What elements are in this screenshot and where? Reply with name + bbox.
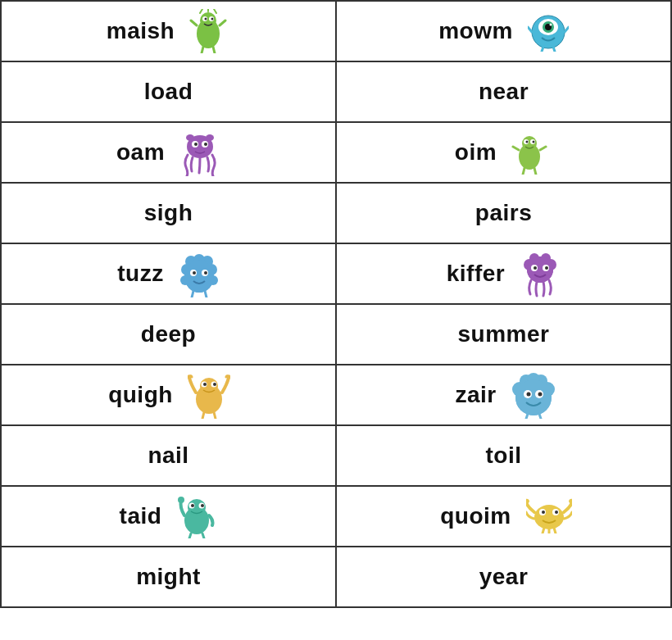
label-might: might: [136, 564, 201, 590]
label-maish: maish: [107, 18, 175, 44]
monster-purple-squid: [179, 130, 220, 175]
label-oam: oam: [116, 139, 165, 166]
svg-point-80: [538, 392, 542, 396]
cell-mowm: mowm: [337, 2, 672, 62]
svg-line-35: [523, 168, 524, 175]
cell-tuzz: tuzz: [2, 244, 337, 305]
label-load: load: [144, 79, 193, 105]
svg-line-91: [202, 533, 204, 538]
label-tuzz: tuzz: [117, 261, 163, 287]
svg-line-81: [526, 414, 528, 419]
svg-line-51: [205, 291, 207, 297]
svg-line-18: [542, 47, 543, 52]
svg-point-15: [549, 23, 552, 25]
svg-point-79: [526, 392, 530, 396]
cell-deep: deep: [2, 305, 337, 365]
svg-line-36: [534, 168, 536, 175]
monster-purple-fluffy: [520, 252, 561, 297]
svg-point-4: [205, 17, 207, 20]
svg-point-1: [200, 12, 216, 29]
cell-nail: nail: [2, 426, 337, 487]
svg-point-95: [542, 511, 545, 514]
cell-pairs: pairs: [337, 184, 672, 244]
cell-oam: oam: [2, 123, 337, 184]
label-quoim: quoim: [440, 503, 511, 529]
monster-yellow-arms: [188, 373, 229, 418]
label-summer: summer: [458, 321, 550, 347]
svg-point-67: [213, 383, 216, 386]
monster-yellow-crab: [526, 494, 567, 539]
svg-line-68: [202, 412, 204, 419]
svg-line-33: [513, 147, 519, 150]
label-near: near: [479, 79, 529, 105]
svg-line-8: [202, 47, 203, 53]
svg-line-99: [543, 528, 544, 533]
svg-point-49: [204, 271, 207, 275]
svg-point-89: [178, 497, 184, 503]
svg-point-25: [186, 134, 194, 141]
label-quigh: quigh: [108, 382, 173, 408]
cell-near: near: [337, 62, 672, 123]
svg-line-90: [189, 533, 191, 538]
svg-line-34: [540, 147, 546, 150]
svg-point-66: [203, 383, 207, 386]
cell-maish: maish: [2, 2, 337, 62]
svg-point-31: [526, 140, 529, 143]
svg-point-87: [191, 504, 194, 507]
svg-point-5: [211, 17, 214, 20]
svg-point-24: [204, 143, 207, 146]
svg-point-57: [527, 256, 553, 283]
label-nail: nail: [148, 443, 188, 469]
label-year: year: [479, 564, 529, 590]
monster-teal-wave: [176, 494, 217, 539]
svg-point-32: [533, 140, 535, 143]
monster-green-short: [511, 130, 552, 175]
label-deep: deep: [141, 321, 196, 347]
svg-line-16: [528, 27, 532, 32]
svg-point-26: [206, 134, 214, 141]
cell-zair: zair: [337, 365, 672, 426]
label-taid: taid: [120, 503, 162, 529]
monster-blue-round: [528, 9, 569, 54]
monster-blue-big: [511, 373, 552, 418]
svg-line-69: [214, 412, 216, 419]
cell-taid: taid: [2, 487, 337, 547]
cell-quoim: quoim: [337, 487, 672, 547]
cell-kiffer: kiffer: [337, 244, 672, 305]
cell-year: year: [337, 547, 672, 608]
cell-summer: summer: [337, 305, 672, 365]
cell-oim: oim: [337, 123, 672, 184]
svg-line-101: [554, 528, 556, 533]
svg-point-88: [201, 504, 204, 507]
monster-blue-fluffy: [179, 252, 220, 297]
word-grid: maish mowm loadnearoam: [0, 0, 672, 608]
label-oim: oim: [455, 139, 497, 166]
label-toil: toil: [486, 443, 522, 469]
cell-toil: toil: [337, 426, 672, 487]
svg-line-50: [192, 291, 193, 297]
svg-point-76: [515, 379, 552, 415]
monster-green-tall: [189, 9, 230, 54]
cell-load: load: [2, 62, 337, 123]
svg-line-17: [565, 27, 569, 32]
svg-line-9: [213, 47, 215, 53]
cell-might: might: [2, 547, 337, 608]
svg-line-82: [539, 414, 541, 419]
cell-quigh: quigh: [2, 365, 337, 426]
svg-point-48: [193, 271, 196, 275]
label-zair: zair: [455, 382, 496, 408]
label-kiffer: kiffer: [447, 261, 505, 287]
svg-line-19: [553, 47, 555, 52]
svg-point-60: [534, 266, 537, 270]
svg-point-45: [184, 260, 214, 293]
label-sigh: sigh: [144, 200, 193, 226]
label-pairs: pairs: [475, 200, 532, 226]
cell-sigh: sigh: [2, 184, 337, 244]
svg-point-23: [194, 143, 198, 146]
svg-line-6: [191, 20, 197, 25]
label-mowm: mowm: [438, 18, 513, 44]
svg-point-61: [545, 266, 548, 270]
svg-point-96: [555, 511, 558, 514]
svg-point-92: [534, 505, 564, 529]
svg-line-7: [220, 20, 225, 25]
